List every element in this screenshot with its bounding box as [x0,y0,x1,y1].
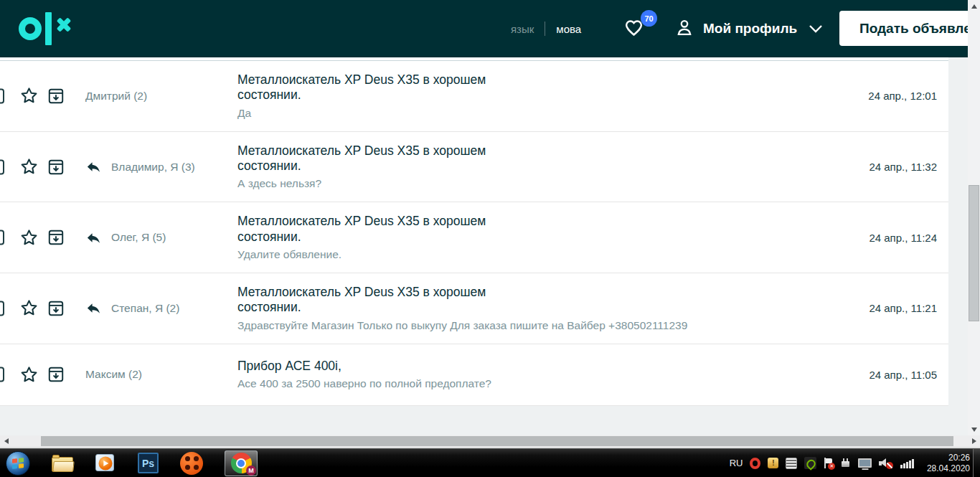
archive-icon[interactable] [47,365,65,384]
network-signal-icon[interactable] [900,458,914,468]
message-preview: Асе 400 за 2500 наверно по полной предоп… [237,377,826,390]
lang-option-ru[interactable]: язык [511,23,534,35]
reply-arrow-icon [85,159,102,175]
taskbar-file-explorer[interactable] [52,455,73,472]
volume-muted-icon[interactable] [879,458,893,468]
sender-name: Владимир, Я (3) [111,161,195,174]
archive-icon[interactable] [47,158,65,176]
vertical-scrollbar[interactable] [968,0,980,435]
power-plug-icon[interactable] [841,458,851,468]
row-checkbox[interactable] [0,88,4,103]
olx-logo-icon [19,17,42,40]
sender-name: Дмитрий (2) [85,90,147,103]
opera-icon[interactable] [750,458,760,469]
reply-arrow-icon [85,300,102,316]
star-icon[interactable] [19,157,39,176]
sender-name: Максим (2) [85,368,142,381]
archive-icon[interactable] [47,87,65,105]
favorites-count-badge: 70 [641,10,657,27]
person-icon [674,17,694,40]
sender-name: Олег, Я (5) [111,231,166,244]
message-row[interactable]: Дмитрий (2) Металлоискатель XP Deus X35 … [0,61,948,132]
row-checkbox[interactable] [0,367,4,382]
sender-name: Степан, Я (2) [111,302,179,315]
row-checkbox[interactable] [0,230,4,245]
clock-date: 28.04.2020 [927,463,970,474]
message-date: 24 апр., 11:24 [826,232,948,244]
photoshop-icon: Ps [138,453,159,473]
taskbar-movie-app[interactable] [180,452,203,475]
message-row[interactable]: Максим (2) Прибор АСЕ 400i, Асе 400 за 2… [0,344,948,406]
message-title[interactable]: Прибор АСЕ 400i, [237,359,490,374]
star-icon[interactable] [19,365,39,384]
star-icon[interactable] [19,86,39,105]
app-header: язык мова 70 Мой профиль Подать объявлен… [0,0,980,57]
message-preview: Да [237,107,826,120]
archive-icon[interactable] [47,299,65,318]
alert-icon[interactable] [768,458,778,468]
taskbar-media-player[interactable] [95,453,116,473]
star-icon[interactable] [19,228,39,247]
nvidia-icon[interactable] [804,457,816,469]
display-icon[interactable] [858,458,872,468]
message-row[interactable]: Владимир, Я (3) Металлоискатель XP Deus … [0,132,948,203]
keyboard-language-indicator[interactable]: RU [730,458,743,468]
row-checkbox[interactable] [0,301,4,316]
message-title[interactable]: Металлоискатель XP Deus X35 в хорошем со… [237,143,490,174]
message-date: 24 апр., 12:01 [826,90,948,102]
taskbar-chrome-active[interactable]: M [225,450,258,476]
horizontal-scrollbar-thumb[interactable] [41,436,953,446]
system-tray: RU 20:26 28.04.2020 [730,453,980,474]
message-row[interactable]: Степан, Я (2) Металлоискатель XP Deus X3… [0,273,948,344]
message-date: 24 апр., 11:21 [826,302,948,314]
message-title[interactable]: Металлоискатель XP Deus X35 в хорошем со… [237,285,490,316]
message-title[interactable]: Металлоискатель XP Deus X35 в хорошем со… [237,72,490,103]
vertical-scrollbar-thumb[interactable] [969,185,979,321]
chrome-profile-badge: M [246,466,256,476]
media-player-icon [95,453,116,473]
scroll-right-arrow[interactable] [968,435,980,447]
horizontal-scrollbar[interactable] [0,435,980,447]
windows-taskbar: Ps M RU 20:26 28.04.2020 [0,448,980,477]
taskbar-clock[interactable]: 20:26 28.04.2020 [927,453,970,474]
profile-label: Мой профиль [703,21,797,37]
message-date: 24 апр., 11:05 [826,369,948,381]
olx-logo[interactable] [19,12,72,45]
taskbar-photoshop[interactable]: Ps [138,453,159,473]
message-date: 24 апр., 11:32 [826,161,948,173]
show-desktop-button[interactable] [973,449,980,477]
heart-icon [623,28,645,40]
action-center-flag-icon[interactable] [824,458,834,469]
start-button[interactable] [6,451,30,476]
message-preview: Здравствуйте Магазин Только по выкупу Дл… [237,319,826,332]
messages-page: Дмитрий (2) Металлоискатель XP Deus X35 … [0,57,948,406]
folder-icon [52,455,73,472]
lang-option-ua[interactable]: мова [556,23,581,35]
scroll-up-arrow[interactable] [968,0,980,12]
archive-icon[interactable] [47,228,65,247]
message-preview: Удалите обявление. [237,248,826,261]
clock-time: 20:26 [948,453,970,463]
lang-divider [545,22,545,36]
favorites-button[interactable]: 70 [623,17,654,46]
task-list-icon[interactable] [786,458,797,469]
windows-orb-icon [6,451,30,476]
row-checkbox[interactable] [0,159,4,174]
scroll-left-arrow[interactable] [0,435,12,447]
message-list: Дмитрий (2) Металлоискатель XP Deus X35 … [0,61,948,406]
message-preview: А здесь нельзя? [237,177,826,190]
reply-arrow-icon [85,230,102,246]
submit-ad-button[interactable]: Подать объявление [839,11,980,46]
star-icon[interactable] [19,298,39,318]
message-title[interactable]: Металлоискатель XP Deus X35 в хорошем со… [237,214,490,245]
profile-menu[interactable]: Мой профиль [674,0,823,57]
film-reel-icon [180,452,203,475]
message-row[interactable]: Олег, Я (5) Металлоискатель XP Deus X35 … [0,202,948,273]
chevron-down-icon [809,24,823,33]
scroll-down-arrow[interactable] [968,423,980,435]
language-switcher: язык мова [511,0,581,57]
